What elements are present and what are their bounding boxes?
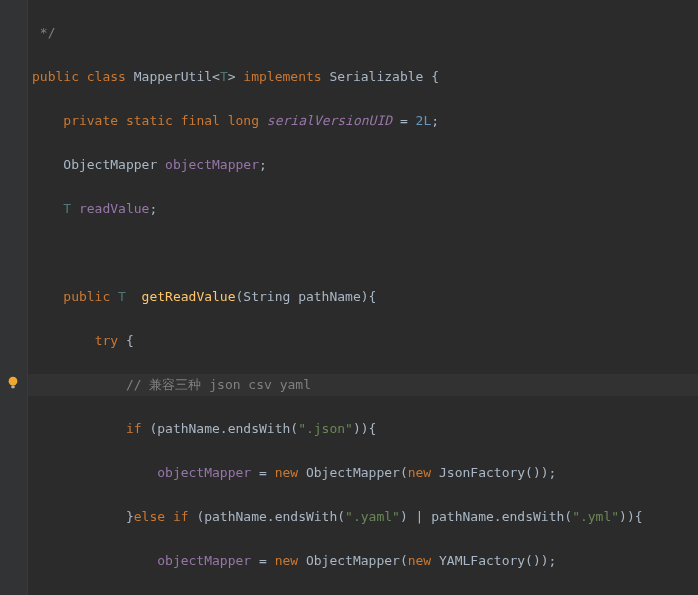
code-line: */	[28, 22, 698, 44]
code-line: // 兼容三种 json csv yaml	[28, 374, 698, 396]
code-line: public class MapperUtil<T> implements Se…	[28, 66, 698, 88]
svg-point-0	[9, 377, 18, 386]
svg-rect-1	[11, 386, 15, 389]
code-line: public T getReadValue(String pathName){	[28, 286, 698, 308]
code-line: T readValue;	[28, 198, 698, 220]
intention-bulb-icon[interactable]	[6, 374, 20, 388]
code-line: objectMapper = new ObjectMapper(new Json…	[28, 462, 698, 484]
code-line: if (pathName.endsWith(".json")){	[28, 418, 698, 440]
editor-gutter	[0, 0, 28, 595]
code-line: }else if (pathName.endsWith(".yaml") | p…	[28, 506, 698, 528]
code-line	[28, 242, 698, 264]
code-editor-content[interactable]: */ public class MapperUtil<T> implements…	[28, 0, 698, 595]
code-line: ObjectMapper objectMapper;	[28, 154, 698, 176]
code-line: try {	[28, 330, 698, 352]
code-line: private static final long serialVersionU…	[28, 110, 698, 132]
code-line: objectMapper = new ObjectMapper(new YAML…	[28, 550, 698, 572]
